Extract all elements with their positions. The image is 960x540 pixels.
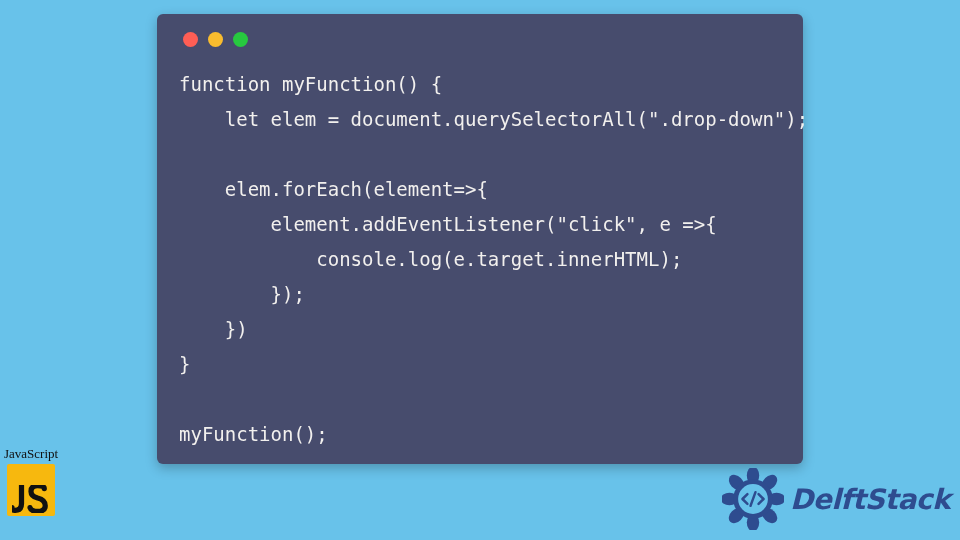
- code-block: function myFunction() { let elem = docum…: [179, 67, 781, 452]
- javascript-badge: JavaScript: [4, 446, 58, 516]
- zoom-icon: [233, 32, 248, 47]
- delftstack-emblem-icon: [722, 468, 784, 530]
- js-tile-icon: [7, 464, 55, 516]
- code-window-card: function myFunction() { let elem = docum…: [157, 14, 803, 464]
- traffic-lights: [183, 32, 781, 47]
- minimize-icon: [208, 32, 223, 47]
- brand-name: DelftStack: [790, 483, 950, 516]
- close-icon: [183, 32, 198, 47]
- brand-logo: DelftStack: [722, 468, 950, 530]
- badge-label: JavaScript: [4, 446, 58, 462]
